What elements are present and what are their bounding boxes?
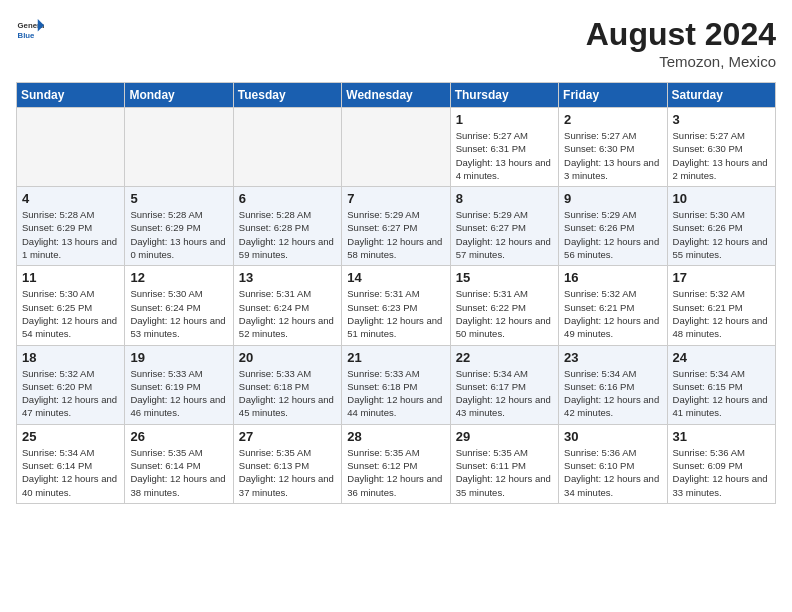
header-row: SundayMondayTuesdayWednesdayThursdayFrid… <box>17 83 776 108</box>
calendar-cell: 20Sunrise: 5:33 AMSunset: 6:18 PMDayligh… <box>233 345 341 424</box>
day-number: 17 <box>673 270 770 285</box>
calendar-cell <box>17 108 125 187</box>
calendar-cell: 31Sunrise: 5:36 AMSunset: 6:09 PMDayligh… <box>667 424 775 503</box>
day-info: Sunrise: 5:31 AMSunset: 6:22 PMDaylight:… <box>456 287 553 340</box>
col-header-sunday: Sunday <box>17 83 125 108</box>
calendar-cell: 30Sunrise: 5:36 AMSunset: 6:10 PMDayligh… <box>559 424 667 503</box>
day-number: 27 <box>239 429 336 444</box>
day-info: Sunrise: 5:30 AMSunset: 6:25 PMDaylight:… <box>22 287 119 340</box>
calendar-cell: 5Sunrise: 5:28 AMSunset: 6:29 PMDaylight… <box>125 187 233 266</box>
calendar-cell: 7Sunrise: 5:29 AMSunset: 6:27 PMDaylight… <box>342 187 450 266</box>
day-number: 31 <box>673 429 770 444</box>
day-info: Sunrise: 5:35 AMSunset: 6:11 PMDaylight:… <box>456 446 553 499</box>
calendar-cell: 15Sunrise: 5:31 AMSunset: 6:22 PMDayligh… <box>450 266 558 345</box>
calendar-cell: 6Sunrise: 5:28 AMSunset: 6:28 PMDaylight… <box>233 187 341 266</box>
day-info: Sunrise: 5:28 AMSunset: 6:29 PMDaylight:… <box>22 208 119 261</box>
week-row-3: 11Sunrise: 5:30 AMSunset: 6:25 PMDayligh… <box>17 266 776 345</box>
calendar-cell: 4Sunrise: 5:28 AMSunset: 6:29 PMDaylight… <box>17 187 125 266</box>
day-info: Sunrise: 5:33 AMSunset: 6:18 PMDaylight:… <box>347 367 444 420</box>
day-number: 21 <box>347 350 444 365</box>
day-number: 2 <box>564 112 661 127</box>
day-info: Sunrise: 5:36 AMSunset: 6:09 PMDaylight:… <box>673 446 770 499</box>
day-info: Sunrise: 5:33 AMSunset: 6:19 PMDaylight:… <box>130 367 227 420</box>
col-header-tuesday: Tuesday <box>233 83 341 108</box>
calendar-cell <box>233 108 341 187</box>
calendar-cell: 22Sunrise: 5:34 AMSunset: 6:17 PMDayligh… <box>450 345 558 424</box>
calendar-cell: 27Sunrise: 5:35 AMSunset: 6:13 PMDayligh… <box>233 424 341 503</box>
calendar-cell: 18Sunrise: 5:32 AMSunset: 6:20 PMDayligh… <box>17 345 125 424</box>
day-info: Sunrise: 5:34 AMSunset: 6:16 PMDaylight:… <box>564 367 661 420</box>
day-info: Sunrise: 5:32 AMSunset: 6:20 PMDaylight:… <box>22 367 119 420</box>
day-info: Sunrise: 5:31 AMSunset: 6:23 PMDaylight:… <box>347 287 444 340</box>
day-info: Sunrise: 5:27 AMSunset: 6:31 PMDaylight:… <box>456 129 553 182</box>
col-header-monday: Monday <box>125 83 233 108</box>
calendar-cell: 23Sunrise: 5:34 AMSunset: 6:16 PMDayligh… <box>559 345 667 424</box>
day-number: 18 <box>22 350 119 365</box>
col-header-saturday: Saturday <box>667 83 775 108</box>
calendar-cell: 13Sunrise: 5:31 AMSunset: 6:24 PMDayligh… <box>233 266 341 345</box>
calendar-cell: 3Sunrise: 5:27 AMSunset: 6:30 PMDaylight… <box>667 108 775 187</box>
day-number: 1 <box>456 112 553 127</box>
day-info: Sunrise: 5:36 AMSunset: 6:10 PMDaylight:… <box>564 446 661 499</box>
week-row-5: 25Sunrise: 5:34 AMSunset: 6:14 PMDayligh… <box>17 424 776 503</box>
page-header: General Blue August 2024 Temozon, Mexico <box>16 16 776 70</box>
day-info: Sunrise: 5:28 AMSunset: 6:29 PMDaylight:… <box>130 208 227 261</box>
col-header-wednesday: Wednesday <box>342 83 450 108</box>
day-info: Sunrise: 5:29 AMSunset: 6:27 PMDaylight:… <box>347 208 444 261</box>
logo: General Blue <box>16 16 44 44</box>
day-number: 22 <box>456 350 553 365</box>
day-number: 3 <box>673 112 770 127</box>
calendar-cell: 24Sunrise: 5:34 AMSunset: 6:15 PMDayligh… <box>667 345 775 424</box>
calendar-cell: 19Sunrise: 5:33 AMSunset: 6:19 PMDayligh… <box>125 345 233 424</box>
day-info: Sunrise: 5:33 AMSunset: 6:18 PMDaylight:… <box>239 367 336 420</box>
calendar-cell: 14Sunrise: 5:31 AMSunset: 6:23 PMDayligh… <box>342 266 450 345</box>
title-block: August 2024 Temozon, Mexico <box>586 16 776 70</box>
day-number: 26 <box>130 429 227 444</box>
day-info: Sunrise: 5:35 AMSunset: 6:14 PMDaylight:… <box>130 446 227 499</box>
calendar-cell: 16Sunrise: 5:32 AMSunset: 6:21 PMDayligh… <box>559 266 667 345</box>
day-info: Sunrise: 5:34 AMSunset: 6:14 PMDaylight:… <box>22 446 119 499</box>
day-info: Sunrise: 5:30 AMSunset: 6:26 PMDaylight:… <box>673 208 770 261</box>
day-info: Sunrise: 5:32 AMSunset: 6:21 PMDaylight:… <box>673 287 770 340</box>
day-info: Sunrise: 5:29 AMSunset: 6:26 PMDaylight:… <box>564 208 661 261</box>
calendar-cell: 1Sunrise: 5:27 AMSunset: 6:31 PMDaylight… <box>450 108 558 187</box>
calendar-cell: 8Sunrise: 5:29 AMSunset: 6:27 PMDaylight… <box>450 187 558 266</box>
calendar-cell: 29Sunrise: 5:35 AMSunset: 6:11 PMDayligh… <box>450 424 558 503</box>
calendar-cell: 26Sunrise: 5:35 AMSunset: 6:14 PMDayligh… <box>125 424 233 503</box>
calendar-cell: 2Sunrise: 5:27 AMSunset: 6:30 PMDaylight… <box>559 108 667 187</box>
col-header-thursday: Thursday <box>450 83 558 108</box>
calendar-cell: 28Sunrise: 5:35 AMSunset: 6:12 PMDayligh… <box>342 424 450 503</box>
day-info: Sunrise: 5:34 AMSunset: 6:15 PMDaylight:… <box>673 367 770 420</box>
day-info: Sunrise: 5:28 AMSunset: 6:28 PMDaylight:… <box>239 208 336 261</box>
day-info: Sunrise: 5:29 AMSunset: 6:27 PMDaylight:… <box>456 208 553 261</box>
calendar-cell <box>342 108 450 187</box>
day-number: 15 <box>456 270 553 285</box>
month-year: August 2024 <box>586 16 776 53</box>
day-number: 5 <box>130 191 227 206</box>
day-number: 24 <box>673 350 770 365</box>
day-info: Sunrise: 5:30 AMSunset: 6:24 PMDaylight:… <box>130 287 227 340</box>
day-number: 9 <box>564 191 661 206</box>
week-row-1: 1Sunrise: 5:27 AMSunset: 6:31 PMDaylight… <box>17 108 776 187</box>
day-info: Sunrise: 5:35 AMSunset: 6:12 PMDaylight:… <box>347 446 444 499</box>
day-number: 30 <box>564 429 661 444</box>
day-info: Sunrise: 5:27 AMSunset: 6:30 PMDaylight:… <box>673 129 770 182</box>
day-info: Sunrise: 5:31 AMSunset: 6:24 PMDaylight:… <box>239 287 336 340</box>
calendar-cell: 12Sunrise: 5:30 AMSunset: 6:24 PMDayligh… <box>125 266 233 345</box>
week-row-2: 4Sunrise: 5:28 AMSunset: 6:29 PMDaylight… <box>17 187 776 266</box>
calendar-cell: 9Sunrise: 5:29 AMSunset: 6:26 PMDaylight… <box>559 187 667 266</box>
day-number: 12 <box>130 270 227 285</box>
day-number: 25 <box>22 429 119 444</box>
day-number: 28 <box>347 429 444 444</box>
day-number: 13 <box>239 270 336 285</box>
day-number: 10 <box>673 191 770 206</box>
logo-icon: General Blue <box>16 16 44 44</box>
day-number: 7 <box>347 191 444 206</box>
day-number: 14 <box>347 270 444 285</box>
day-number: 4 <box>22 191 119 206</box>
day-number: 8 <box>456 191 553 206</box>
day-number: 11 <box>22 270 119 285</box>
calendar-cell: 25Sunrise: 5:34 AMSunset: 6:14 PMDayligh… <box>17 424 125 503</box>
day-info: Sunrise: 5:34 AMSunset: 6:17 PMDaylight:… <box>456 367 553 420</box>
col-header-friday: Friday <box>559 83 667 108</box>
